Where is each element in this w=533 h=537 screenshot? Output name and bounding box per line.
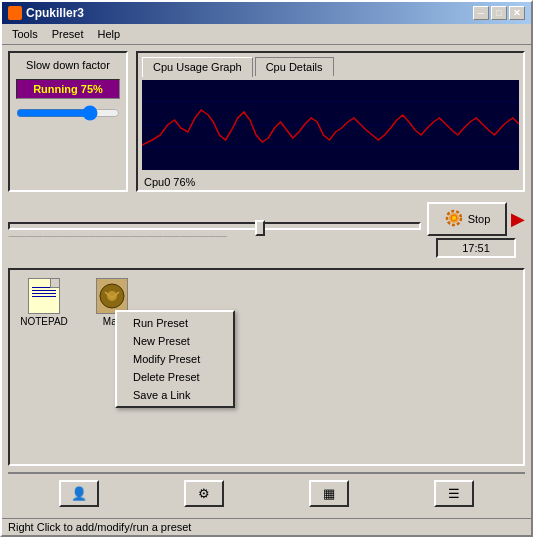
notepad-label: NOTEPAD — [20, 316, 68, 327]
slider-dots: ........................................… — [8, 231, 421, 238]
cpu-label: Cpu0 76% — [138, 174, 523, 190]
close-button[interactable]: ✕ — [509, 6, 525, 20]
menu-bar: Tools Preset Help — [2, 24, 531, 45]
stop-row: Stop ▶ — [427, 202, 525, 236]
svg-point-7 — [452, 216, 456, 220]
toolbar-list-button[interactable]: ☰ — [434, 480, 474, 507]
main-window: Cpukiller3 ─ □ ✕ Tools Preset Help Slow … — [0, 0, 533, 537]
stop-panel: Stop ▶ 17:51 — [427, 202, 525, 258]
toolbar-grid-button[interactable]: ▦ — [309, 480, 349, 507]
title-buttons: ─ □ ✕ — [473, 6, 525, 20]
time-display: 17:51 — [436, 238, 516, 258]
toolbar-settings-button[interactable]: ⚙ — [184, 480, 224, 507]
context-menu-delete-preset[interactable]: Delete Preset — [117, 368, 233, 386]
list-icon: ☰ — [448, 486, 460, 501]
svg-point-9 — [107, 291, 117, 301]
icons-area[interactable]: NOTEPAD Mail Run Preset New Preset Modif… — [8, 268, 525, 466]
minimize-button[interactable]: ─ — [473, 6, 489, 20]
menu-help[interactable]: Help — [91, 26, 126, 42]
title-bar: Cpukiller3 ─ □ ✕ — [2, 2, 531, 24]
top-panel: Slow down factor Running 75% Cpu Usage G… — [8, 51, 525, 192]
bottom-toolbar: 👤 ⚙ ▦ ☰ — [8, 472, 525, 512]
users-icon: 👤 — [71, 486, 87, 501]
notepad-icon-item[interactable]: NOTEPAD — [18, 278, 70, 327]
cpu-graph-svg — [142, 80, 519, 170]
stop-button[interactable]: Stop — [427, 202, 507, 236]
title-bar-text: Cpukiller3 — [8, 6, 84, 20]
slow-down-panel: Slow down factor Running 75% — [8, 51, 128, 192]
tab-bar: Cpu Usage Graph Cpu Details — [138, 53, 523, 76]
maximize-button[interactable]: □ — [491, 6, 507, 20]
settings-icon: ⚙ — [198, 486, 210, 501]
mail-file-icon — [96, 278, 128, 314]
gear-icon — [444, 208, 464, 230]
slider-container: ........................................… — [8, 222, 421, 238]
running-badge: Running 75% — [16, 79, 120, 99]
context-menu: Run Preset New Preset Modify Preset Dele… — [115, 310, 235, 408]
graph-container — [142, 80, 519, 170]
context-menu-run-preset[interactable]: Run Preset — [117, 314, 233, 332]
slider-track — [8, 222, 421, 230]
context-menu-new-preset[interactable]: New Preset — [117, 332, 233, 350]
slow-down-title: Slow down factor — [16, 59, 120, 71]
menu-tools[interactable]: Tools — [6, 26, 44, 42]
status-text: Right Click to add/modify/run a preset — [8, 521, 191, 533]
slider-row: ........................................… — [8, 198, 525, 262]
window-title: Cpukiller3 — [26, 6, 84, 20]
slider-thumb[interactable] — [255, 220, 265, 236]
context-menu-save-link[interactable]: Save a Link — [117, 386, 233, 404]
context-menu-modify-preset[interactable]: Modify Preset — [117, 350, 233, 368]
cpu-graph-area: Cpu Usage Graph Cpu Details C — [136, 51, 525, 192]
menu-preset[interactable]: Preset — [46, 26, 90, 42]
status-bar: Right Click to add/modify/run a preset — [2, 518, 531, 535]
slow-down-slider[interactable] — [16, 109, 120, 117]
main-content: Slow down factor Running 75% Cpu Usage G… — [2, 45, 531, 518]
stop-button-label: Stop — [468, 213, 491, 225]
notepad-file-icon — [28, 278, 60, 314]
tab-cpu-usage-graph[interactable]: Cpu Usage Graph — [142, 57, 253, 77]
arrow-right-icon: ▶ — [511, 210, 525, 228]
toolbar-users-button[interactable]: 👤 — [59, 480, 99, 507]
grid-icon: ▦ — [323, 486, 335, 501]
tab-cpu-details[interactable]: Cpu Details — [255, 57, 334, 76]
app-icon — [8, 6, 22, 20]
